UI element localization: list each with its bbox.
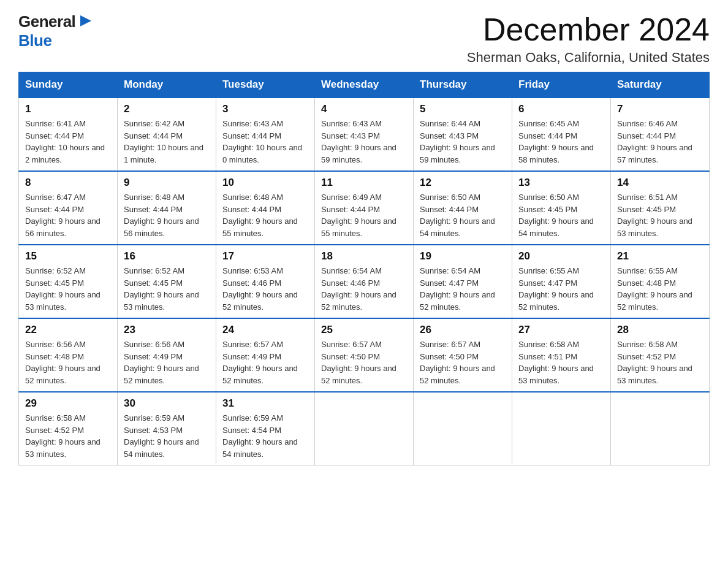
calendar-cell (414, 392, 512, 465)
day-number: 19 (420, 250, 506, 262)
day-info: Sunrise: 6:46 AMSunset: 4:44 PMDaylight:… (617, 118, 703, 166)
calendar-cell: 22Sunrise: 6:56 AMSunset: 4:48 PMDayligh… (19, 318, 118, 392)
calendar-table: SundayMondayTuesdayWednesdayThursdayFrid… (18, 72, 710, 465)
calendar-cell: 17Sunrise: 6:53 AMSunset: 4:46 PMDayligh… (216, 245, 315, 318)
logo-blue-text: Blue (18, 31, 51, 50)
day-number: 6 (518, 103, 604, 115)
day-number: 16 (124, 250, 210, 262)
calendar-cell: 2Sunrise: 6:42 AMSunset: 4:44 PMDaylight… (118, 98, 216, 171)
week-row-4: 22Sunrise: 6:56 AMSunset: 4:48 PMDayligh… (19, 318, 710, 392)
day-info: Sunrise: 6:59 AMSunset: 4:54 PMDaylight:… (222, 412, 308, 460)
week-row-5: 29Sunrise: 6:58 AMSunset: 4:52 PMDayligh… (19, 392, 710, 465)
calendar-cell: 4Sunrise: 6:43 AMSunset: 4:43 PMDaylight… (315, 98, 414, 171)
day-number: 29 (25, 397, 111, 410)
calendar-cell (611, 392, 710, 465)
calendar-cell (512, 392, 611, 465)
day-number: 1 (25, 103, 111, 115)
calendar-cell: 24Sunrise: 6:57 AMSunset: 4:49 PMDayligh… (216, 318, 315, 392)
calendar-cell: 23Sunrise: 6:56 AMSunset: 4:49 PMDayligh… (118, 318, 216, 392)
calendar-cell: 29Sunrise: 6:58 AMSunset: 4:52 PMDayligh… (19, 392, 118, 465)
day-number: 21 (617, 250, 703, 262)
calendar-cell: 25Sunrise: 6:57 AMSunset: 4:50 PMDayligh… (315, 318, 414, 392)
header-sunday: Sunday (19, 72, 118, 98)
day-info: Sunrise: 6:52 AMSunset: 4:45 PMDaylight:… (25, 265, 111, 313)
logo-general-text: General (18, 12, 75, 31)
day-info: Sunrise: 6:54 AMSunset: 4:46 PMDaylight:… (321, 265, 407, 313)
day-info: Sunrise: 6:45 AMSunset: 4:44 PMDaylight:… (518, 118, 604, 166)
day-number: 17 (222, 250, 308, 262)
logo-arrow-icon (79, 14, 93, 28)
day-info: Sunrise: 6:58 AMSunset: 4:51 PMDaylight:… (518, 339, 604, 386)
calendar-cell: 11Sunrise: 6:49 AMSunset: 4:44 PMDayligh… (315, 171, 414, 245)
day-number: 8 (25, 177, 111, 189)
logo: General Blue (18, 12, 93, 50)
calendar-cell: 27Sunrise: 6:58 AMSunset: 4:51 PMDayligh… (512, 318, 611, 392)
day-number: 15 (25, 250, 111, 262)
calendar-cell: 28Sunrise: 6:58 AMSunset: 4:52 PMDayligh… (611, 318, 710, 392)
calendar-cell: 21Sunrise: 6:55 AMSunset: 4:48 PMDayligh… (611, 245, 710, 318)
calendar-cell: 9Sunrise: 6:48 AMSunset: 4:44 PMDaylight… (118, 171, 216, 245)
calendar-cell: 19Sunrise: 6:54 AMSunset: 4:47 PMDayligh… (414, 245, 512, 318)
day-number: 13 (518, 177, 604, 189)
day-info: Sunrise: 6:52 AMSunset: 4:45 PMDaylight:… (124, 265, 210, 313)
day-number: 7 (617, 103, 703, 115)
day-info: Sunrise: 6:59 AMSunset: 4:53 PMDaylight:… (124, 412, 210, 460)
day-info: Sunrise: 6:58 AMSunset: 4:52 PMDaylight:… (25, 412, 111, 460)
day-number: 3 (222, 103, 308, 115)
day-info: Sunrise: 6:50 AMSunset: 4:45 PMDaylight:… (518, 191, 604, 239)
week-row-2: 8Sunrise: 6:47 AMSunset: 4:44 PMDaylight… (19, 171, 710, 245)
page-header: General Blue December 2024 Sherman Oaks,… (18, 12, 710, 66)
day-info: Sunrise: 6:43 AMSunset: 4:43 PMDaylight:… (321, 118, 407, 166)
calendar-cell: 14Sunrise: 6:51 AMSunset: 4:45 PMDayligh… (611, 171, 710, 245)
day-info: Sunrise: 6:53 AMSunset: 4:46 PMDaylight:… (222, 265, 308, 313)
calendar-cell: 20Sunrise: 6:55 AMSunset: 4:47 PMDayligh… (512, 245, 611, 318)
header-wednesday: Wednesday (315, 72, 414, 98)
calendar-cell: 10Sunrise: 6:48 AMSunset: 4:44 PMDayligh… (216, 171, 315, 245)
calendar-cell: 30Sunrise: 6:59 AMSunset: 4:53 PMDayligh… (118, 392, 216, 465)
day-number: 4 (321, 103, 407, 115)
calendar-cell: 1Sunrise: 6:41 AMSunset: 4:44 PMDaylight… (19, 98, 118, 171)
header-friday: Friday (512, 72, 611, 98)
day-number: 31 (222, 397, 308, 410)
day-info: Sunrise: 6:44 AMSunset: 4:43 PMDaylight:… (420, 118, 506, 166)
title-section: December 2024 Sherman Oaks, California, … (467, 12, 710, 66)
calendar-cell: 16Sunrise: 6:52 AMSunset: 4:45 PMDayligh… (118, 245, 216, 318)
day-info: Sunrise: 6:54 AMSunset: 4:47 PMDaylight:… (420, 265, 506, 313)
calendar-cell: 7Sunrise: 6:46 AMSunset: 4:44 PMDaylight… (611, 98, 710, 171)
calendar-cell: 13Sunrise: 6:50 AMSunset: 4:45 PMDayligh… (512, 171, 611, 245)
calendar-cell: 15Sunrise: 6:52 AMSunset: 4:45 PMDayligh… (19, 245, 118, 318)
calendar-cell: 31Sunrise: 6:59 AMSunset: 4:54 PMDayligh… (216, 392, 315, 465)
header-row: SundayMondayTuesdayWednesdayThursdayFrid… (19, 72, 710, 98)
day-info: Sunrise: 6:57 AMSunset: 4:50 PMDaylight:… (321, 339, 407, 386)
calendar-cell: 26Sunrise: 6:57 AMSunset: 4:50 PMDayligh… (414, 318, 512, 392)
calendar-body: 1Sunrise: 6:41 AMSunset: 4:44 PMDaylight… (19, 98, 710, 465)
day-number: 5 (420, 103, 506, 115)
day-info: Sunrise: 6:55 AMSunset: 4:48 PMDaylight:… (617, 265, 703, 313)
week-row-3: 15Sunrise: 6:52 AMSunset: 4:45 PMDayligh… (19, 245, 710, 318)
day-info: Sunrise: 6:48 AMSunset: 4:44 PMDaylight:… (124, 191, 210, 239)
day-info: Sunrise: 6:58 AMSunset: 4:52 PMDaylight:… (617, 339, 703, 386)
calendar-cell: 3Sunrise: 6:43 AMSunset: 4:44 PMDaylight… (216, 98, 315, 171)
day-info: Sunrise: 6:47 AMSunset: 4:44 PMDaylight:… (25, 191, 111, 239)
day-info: Sunrise: 6:57 AMSunset: 4:50 PMDaylight:… (420, 339, 506, 386)
header-tuesday: Tuesday (216, 72, 315, 98)
calendar-cell (315, 392, 414, 465)
day-number: 12 (420, 177, 506, 189)
calendar-cell: 5Sunrise: 6:44 AMSunset: 4:43 PMDaylight… (414, 98, 512, 171)
day-info: Sunrise: 6:55 AMSunset: 4:47 PMDaylight:… (518, 265, 604, 313)
day-number: 24 (222, 324, 308, 336)
location-text: Sherman Oaks, California, United States (467, 50, 710, 66)
calendar-cell: 18Sunrise: 6:54 AMSunset: 4:46 PMDayligh… (315, 245, 414, 318)
day-number: 10 (222, 177, 308, 189)
day-info: Sunrise: 6:56 AMSunset: 4:49 PMDaylight:… (124, 339, 210, 386)
day-info: Sunrise: 6:49 AMSunset: 4:44 PMDaylight:… (321, 191, 407, 239)
day-info: Sunrise: 6:43 AMSunset: 4:44 PMDaylight:… (222, 118, 308, 166)
day-number: 18 (321, 250, 407, 262)
day-info: Sunrise: 6:51 AMSunset: 4:45 PMDaylight:… (617, 191, 703, 239)
day-number: 2 (124, 103, 210, 115)
day-number: 22 (25, 324, 111, 336)
day-info: Sunrise: 6:41 AMSunset: 4:44 PMDaylight:… (25, 118, 111, 166)
day-info: Sunrise: 6:57 AMSunset: 4:49 PMDaylight:… (222, 339, 308, 386)
day-number: 30 (124, 397, 210, 410)
calendar-cell: 12Sunrise: 6:50 AMSunset: 4:44 PMDayligh… (414, 171, 512, 245)
